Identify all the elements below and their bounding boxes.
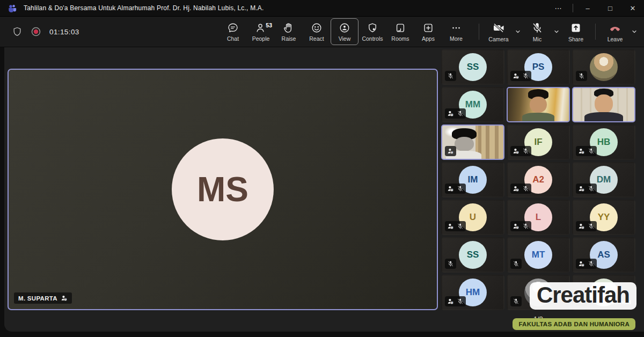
person-question-icon: ? bbox=[447, 298, 454, 305]
toolbar-button-label: Mic bbox=[533, 36, 541, 42]
tile-status-badge bbox=[510, 296, 522, 306]
mic-off-icon bbox=[447, 260, 454, 267]
participant-tile[interactable]: AS? bbox=[572, 237, 635, 273]
svg-text:?: ? bbox=[64, 298, 66, 301]
shield-icon bbox=[12, 26, 23, 37]
leave-options-chevron-down-icon[interactable] bbox=[630, 18, 639, 45]
toolbar-button-more[interactable]: More bbox=[442, 18, 470, 45]
participant-tile[interactable]: A2? bbox=[507, 162, 570, 197]
tile-status-badge: ? bbox=[510, 221, 531, 231]
toolbar-button-raise[interactable]: Raise bbox=[275, 18, 303, 45]
participant-tile[interactable]: HB? bbox=[572, 124, 635, 160]
participant-tile[interactable]: HM? bbox=[441, 275, 504, 310]
participant-tile[interactable]: MM? bbox=[441, 87, 504, 122]
mic-options-chevron-down-icon[interactable] bbox=[552, 18, 561, 45]
mic-off-icon bbox=[522, 148, 529, 155]
toolbar-button-rooms[interactable]: Rooms bbox=[386, 18, 414, 45]
tile-status-badge: ? bbox=[510, 184, 531, 194]
window-controls: ⋯ – □ ✕ bbox=[547, 0, 644, 16]
participant-tile[interactable]: PS? bbox=[507, 49, 570, 85]
mic-off-icon bbox=[513, 298, 519, 305]
controls-icon bbox=[367, 22, 378, 34]
toolbar-button-share[interactable]: Share bbox=[561, 18, 591, 45]
participant-tile[interactable] bbox=[572, 49, 635, 85]
participant-tile[interactable]: SS bbox=[441, 237, 504, 273]
tile-status-badge: ? bbox=[576, 146, 597, 156]
toolbar-button-label: React bbox=[309, 35, 324, 42]
toolbar-button-people[interactable]: 53People bbox=[247, 18, 275, 45]
meeting-timer: 01:15:03 bbox=[49, 28, 79, 36]
brand-watermark: Creatifah bbox=[530, 282, 636, 310]
main-stage-avatar: MS bbox=[172, 138, 274, 240]
svg-text:?: ? bbox=[451, 226, 453, 229]
participant-tile[interactable]: DM? bbox=[572, 162, 635, 197]
person-question-icon: ? bbox=[61, 295, 68, 302]
participant-tile[interactable] bbox=[572, 87, 635, 122]
participant-tile[interactable]: L? bbox=[507, 200, 570, 235]
mic-off-icon bbox=[588, 185, 595, 192]
tile-status-badge: ? bbox=[510, 71, 531, 81]
toolbar-button-apps[interactable]: Apps bbox=[414, 18, 442, 45]
toolbar-button-label: Raise bbox=[282, 35, 296, 42]
mic-off-icon bbox=[447, 72, 454, 79]
svg-text:?: ? bbox=[582, 226, 584, 229]
mic-off-icon bbox=[457, 298, 464, 305]
window-more-button[interactable]: ⋯ bbox=[547, 0, 569, 16]
toolbar-button-camera[interactable]: Camera bbox=[484, 18, 514, 45]
toolbar-button-label: Controls bbox=[362, 35, 383, 42]
participant-tile[interactable]: IM? bbox=[441, 162, 504, 197]
share-icon bbox=[569, 21, 582, 34]
participant-tile[interactable]: ? bbox=[441, 124, 504, 160]
participant-tile[interactable]: MT bbox=[507, 237, 570, 273]
participant-video-head bbox=[455, 137, 474, 151]
tile-status-badge bbox=[445, 71, 456, 81]
toolbar-button-controls[interactable]: Controls bbox=[358, 18, 386, 45]
mic-off-icon bbox=[513, 260, 519, 267]
mic-off-icon bbox=[522, 185, 529, 192]
person-question-icon: ? bbox=[513, 72, 519, 79]
people-count: 53 bbox=[266, 22, 272, 28]
person-question-icon: ? bbox=[578, 260, 585, 267]
person-question-icon: ? bbox=[513, 148, 519, 155]
toolbar-button-view[interactable]: View bbox=[331, 18, 358, 45]
toolbar-separator bbox=[479, 24, 479, 40]
camera-icon bbox=[492, 21, 505, 34]
person-question-icon: ? bbox=[578, 185, 585, 192]
participant-video-body bbox=[522, 113, 554, 122]
minimize-button[interactable]: – bbox=[576, 0, 599, 16]
toolbar-button-label: Rooms bbox=[391, 35, 409, 42]
main-stage-name-badge: M. SUPARTA ? bbox=[14, 292, 72, 304]
tile-status-badge: ? bbox=[445, 108, 466, 119]
person-question-icon: ? bbox=[513, 223, 519, 230]
mic-off-icon bbox=[588, 223, 595, 230]
mic-off-icon bbox=[457, 110, 464, 117]
toolbar-button-label: Share bbox=[568, 36, 583, 42]
meeting-toolbar: 01:15:03 Chat53PeopleRaiseReactViewContr… bbox=[0, 17, 644, 47]
camera-options-chevron-down-icon[interactable] bbox=[514, 18, 522, 45]
main-stage-tile[interactable]: MS M. SUPARTA ? bbox=[8, 69, 438, 310]
svg-text:?: ? bbox=[517, 226, 518, 229]
participant-tile[interactable]: U? bbox=[441, 200, 504, 235]
participant-photo-avatar bbox=[590, 53, 618, 81]
participant-tile[interactable]: YY? bbox=[572, 200, 635, 235]
toolbar-button-react[interactable]: React bbox=[303, 18, 331, 45]
participant-tile[interactable]: IF? bbox=[507, 124, 570, 160]
participant-avatar: MT bbox=[524, 241, 552, 269]
toolbar-button-label: Apps bbox=[422, 35, 435, 42]
person-question-icon: ? bbox=[578, 223, 585, 230]
toolbar-button-chat[interactable]: Chat bbox=[219, 18, 247, 45]
toolbar-button-label: Camera bbox=[488, 36, 508, 42]
toolbar-button-leave[interactable]: Leave bbox=[600, 18, 630, 45]
tile-status-badge: ? bbox=[576, 259, 597, 269]
mic-off-icon bbox=[578, 72, 585, 79]
participant-tile[interactable]: SS bbox=[441, 49, 504, 85]
mic-off-icon bbox=[588, 148, 595, 155]
leave-icon bbox=[608, 21, 622, 34]
mic-off-icon bbox=[522, 72, 529, 79]
svg-text:?: ? bbox=[451, 113, 453, 116]
participant-tile[interactable] bbox=[507, 87, 570, 122]
toolbar-button-mic[interactable]: Mic bbox=[522, 18, 552, 45]
close-button[interactable]: ✕ bbox=[621, 0, 644, 16]
toolbar-separator bbox=[595, 24, 596, 40]
maximize-button[interactable]: □ bbox=[599, 0, 621, 16]
